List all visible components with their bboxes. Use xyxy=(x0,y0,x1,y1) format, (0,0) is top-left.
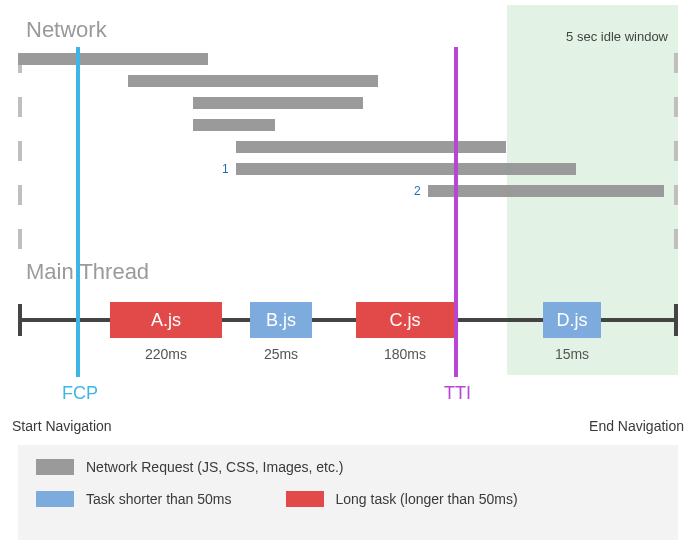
tti-label: TTI xyxy=(444,383,471,404)
task-duration-label: 15ms xyxy=(543,346,601,362)
network-bar-number: 1 xyxy=(222,162,229,176)
network-request-bar xyxy=(236,141,506,153)
network-request-bar xyxy=(193,119,275,131)
task-block: B.js xyxy=(250,302,312,338)
network-section-label: Network xyxy=(26,17,107,43)
tti-diagram: 5 sec idle window Network Main Thread 12… xyxy=(18,5,678,440)
legend-text: Task shorter than 50ms xyxy=(86,491,232,507)
task-block: D.js xyxy=(543,302,601,338)
task-duration-label: 25ms xyxy=(250,346,312,362)
guide-dash xyxy=(674,185,678,205)
legend-swatch-red xyxy=(286,491,324,507)
task-block: A.js xyxy=(110,302,222,338)
legend-long-task: Long task (longer than 50ms) xyxy=(286,491,518,507)
end-navigation-label: End Navigation xyxy=(589,418,684,434)
task-duration-label: 180ms xyxy=(356,346,454,362)
task-duration-label: 220ms xyxy=(110,346,222,362)
guide-dash xyxy=(18,141,22,161)
guide-dash xyxy=(674,141,678,161)
legend: Network Request (JS, CSS, Images, etc.) … xyxy=(18,445,678,540)
legend-short-task: Task shorter than 50ms xyxy=(36,491,232,507)
legend-text: Long task (longer than 50ms) xyxy=(336,491,518,507)
network-request-bar xyxy=(18,53,208,65)
network-request-bar xyxy=(128,75,378,87)
main-thread-section-label: Main Thread xyxy=(26,259,149,285)
guide-dash xyxy=(18,97,22,117)
legend-swatch-blue xyxy=(36,491,74,507)
fcp-label: FCP xyxy=(62,383,98,404)
guide-dash xyxy=(674,229,678,249)
guide-dash xyxy=(674,53,678,73)
tti-line xyxy=(454,47,458,377)
guide-dash xyxy=(18,185,22,205)
guide-dash xyxy=(674,97,678,117)
idle-window-label: 5 sec idle window xyxy=(566,29,668,44)
legend-text: Network Request (JS, CSS, Images, etc.) xyxy=(86,459,344,475)
network-request-bar xyxy=(193,97,363,109)
legend-swatch-gray xyxy=(36,459,74,475)
start-navigation-label: Start Navigation xyxy=(12,418,112,434)
axis-end-tick xyxy=(674,304,678,336)
guide-dash xyxy=(18,229,22,249)
legend-network-request: Network Request (JS, CSS, Images, etc.) xyxy=(36,459,344,475)
axis-start-tick xyxy=(18,304,22,336)
fcp-line xyxy=(76,47,80,377)
network-bar-number: 2 xyxy=(414,184,421,198)
network-request-bar xyxy=(236,163,576,175)
task-block: C.js xyxy=(356,302,454,338)
network-request-bar xyxy=(428,185,664,197)
